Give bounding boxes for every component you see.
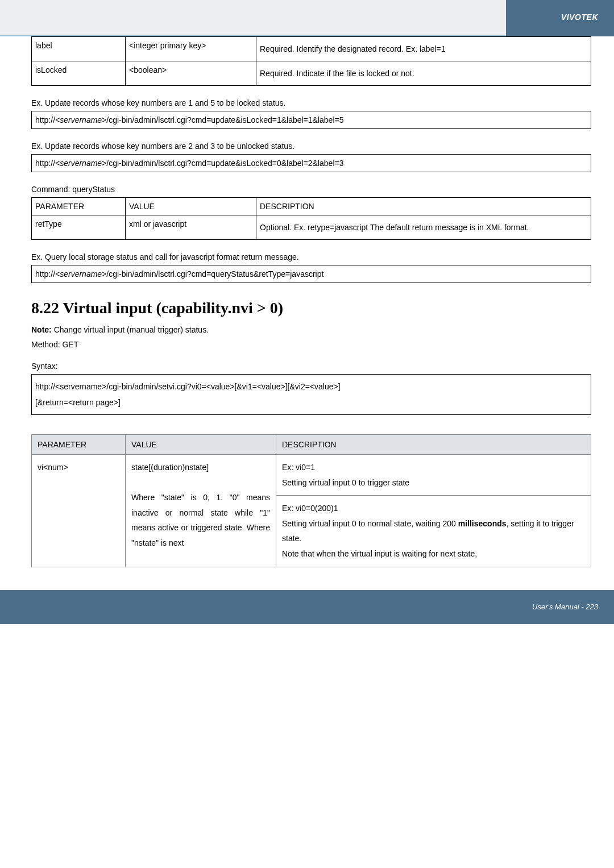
table-row: retType xml or javascript Optional. Ex. … [32,215,591,240]
param-desc: Required. Indicate if the file is locked… [256,61,591,86]
param-name: vi<num> [32,455,126,567]
syntax-box: http://<servername>/cgi-bin/admin/setvi.… [31,374,591,415]
desc-2b-bold: milliseconds [458,519,507,528]
param-name: retType [32,215,126,240]
footer-page-label: User's Manual - 223 [532,603,598,611]
param-desc-1: Ex: vi0=1 Setting virtual input 0 to tri… [276,455,591,496]
page-content: label <integer primary key> Required. Id… [0,36,614,590]
param-desc: Required. Identify the designated record… [256,37,591,61]
url-suffix: /cgi-bin/admin/lsctrl.cgi?cmd=queryStatu… [106,269,323,279]
parameter-table-1: label <integer primary key> Required. Id… [31,36,591,86]
url-servername: <servername> [55,115,106,124]
table-row: vi<num> state[(duration)nstate] Where "s… [32,455,591,496]
col-header-description: DESCRIPTION [256,198,591,215]
param-value: xml or javascript [126,215,256,240]
example-text: Ex. Update records whose key numbers are… [31,98,591,107]
note-label: Note: [31,325,52,334]
url-servername: <servername> [55,269,106,279]
url-servername: <servername> [55,159,106,168]
syntax-line-2: [&return=<return page>] [35,394,587,410]
example-url-box: http://<servername>/cgi-bin/admin/lsctrl… [31,111,591,129]
parameter-table-3: PARAMETER VALUE DESCRIPTION vi<num> stat… [31,434,591,567]
table-row: isLocked <boolean> Required. Indicate if… [32,61,591,86]
url-suffix: /cgi-bin/admin/lsctrl.cgi?cmd=update&isL… [106,159,343,168]
brand-label: VIVOTEK [561,13,598,22]
method-line: Method: GET [31,340,591,349]
url-prefix: http:// [35,269,55,279]
example-url-box: http://<servername>/cgi-bin/admin/lsctrl… [31,154,591,172]
section-heading: 8.22 Virtual input (capability.nvi > 0) [31,299,591,317]
note-text: Change virtual input (manual trigger) st… [52,325,209,334]
param-value: state[(duration)nstate] Where "state" is… [126,455,276,567]
param-name: isLocked [32,61,126,86]
command-heading: Command: queryStatus [31,185,591,194]
footer-band: User's Manual - 223 [0,590,614,624]
param-value: <integer primary key> [126,37,256,61]
col-header-value: VALUE [126,435,276,455]
param-name: label [32,37,126,61]
url-suffix: /cgi-bin/admin/lsctrl.cgi?cmd=update&isL… [106,115,343,124]
example-url-box: http://<servername>/cgi-bin/admin/lsctrl… [31,265,591,283]
note-line: Note: Change virtual input (manual trigg… [31,325,591,334]
table-row: label <integer primary key> Required. Id… [32,37,591,61]
header-band: VIVOTEK [0,0,614,36]
col-header-parameter: PARAMETER [32,435,126,455]
example-text: Ex. Query local storage status and call … [31,252,591,261]
param-desc-2: Ex: vi0=0(200)1 Setting virtual input 0 … [276,496,591,567]
example-text: Ex. Update records whose key numbers are… [31,142,591,151]
parameter-table-2: PARAMETER VALUE DESCRIPTION retType xml … [31,197,591,240]
url-prefix: http:// [35,159,55,168]
desc-2a: Ex: vi0=0(200)1 Setting virtual input 0 … [282,504,458,528]
col-header-description: DESCRIPTION [276,435,591,455]
table-header-row: PARAMETER VALUE DESCRIPTION [32,435,591,455]
table-header-row: PARAMETER VALUE DESCRIPTION [32,198,591,215]
col-header-parameter: PARAMETER [32,198,126,215]
param-desc: Optional. Ex. retype=javascript The defa… [256,215,591,240]
param-value: <boolean> [126,61,256,86]
col-header-value: VALUE [126,198,256,215]
url-prefix: http:// [35,115,55,124]
syntax-label: Syntax: [31,362,591,371]
syntax-line-1: http://<servername>/cgi-bin/admin/setvi.… [35,379,587,394]
